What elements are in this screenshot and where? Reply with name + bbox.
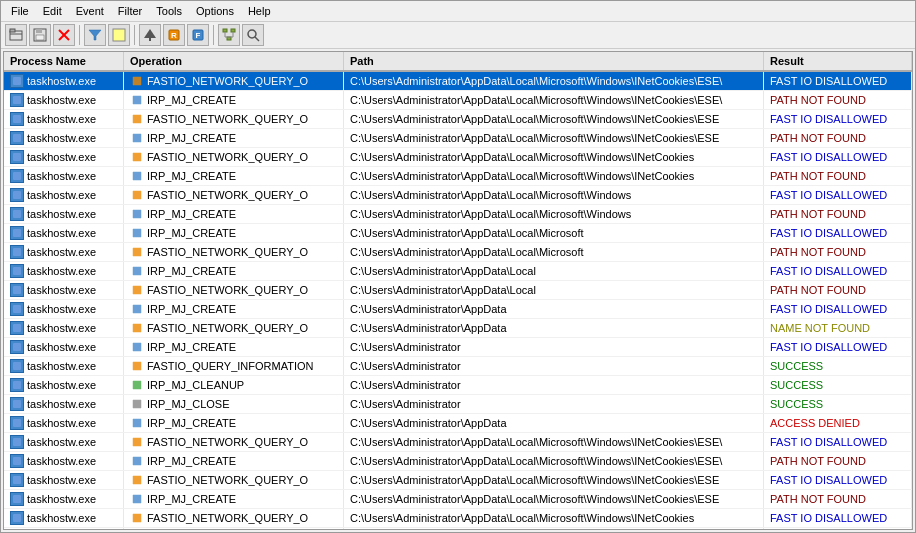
operation-cell: IRP_MJ_CREATE [124,224,344,242]
table-row[interactable]: taskhostw.exe FASTIO_NETWORK_QUERY_O C:\… [4,281,912,300]
table-row[interactable]: taskhostw.exe IRP_MJ_CREATE C:\Users\Adm… [4,490,912,509]
table-row[interactable]: taskhostw.exe FASTIO_NETWORK_QUERY_O C:\… [4,110,912,129]
process-name: taskhostw.exe [27,244,96,260]
process-name: taskhostw.exe [27,149,96,165]
process-name-cell: taskhostw.exe [4,338,124,356]
table-row[interactable]: taskhostw.exe IRP_MJ_CREATE C:\Users\Adm… [4,300,912,319]
operation-name: IRP_MJ_CREATE [147,453,236,469]
table-body[interactable]: taskhostw.exe FASTIO_NETWORK_QUERY_O C:\… [4,72,912,529]
col-header-path[interactable]: Path [344,52,764,70]
path-cell: C:\Users\Administrator\AppData [344,414,764,432]
svg-marker-71 [133,514,141,522]
result-cell: FAST IO DISALLOWED [764,509,912,527]
table-row[interactable]: taskhostw.exe FASTIO_NETWORK_QUERY_O C:\… [4,471,912,490]
process-icon [10,473,24,487]
table-row[interactable]: taskhostw.exe IRP_MJ_CREATE C:\Users\Adm… [4,262,912,281]
table-row[interactable]: taskhostw.exe IRP_MJ_CLOSE C:\Users\Admi… [4,395,912,414]
result-cell: PATH NOT FOUND [764,205,912,223]
svg-marker-65 [133,457,141,465]
menu-options[interactable]: Options [190,3,240,19]
toolbar-autoscroll[interactable] [139,24,161,46]
operation-name: FASTIO_NETWORK_QUERY_O [147,149,308,165]
toolbar-regmon[interactable]: R [163,24,185,46]
toolbar-process-tree[interactable] [218,24,240,46]
table-row[interactable]: taskhostw.exe FASTIO_NETWORK_QUERY_O C:\… [4,72,912,91]
table-row[interactable]: taskhostw.exe IRP_MJ_CREATE C:\Users\Adm… [4,205,912,224]
menu-filter[interactable]: Filter [112,3,148,19]
svg-marker-67 [133,476,141,484]
process-name-cell: taskhostw.exe [4,395,124,413]
result-cell: FAST IO DISALLOWED [764,186,912,204]
toolbar-filter[interactable] [84,24,106,46]
toolbar-highlight[interactable] [108,24,130,46]
process-name-cell: taskhostw.exe [4,281,124,299]
path-cell: C:\Users\Administrator\AppData\Local\Mic… [344,205,764,223]
svg-marker-25 [133,77,141,85]
operation-icon [130,435,144,449]
process-name-cell: taskhostw.exe [4,205,124,223]
svg-marker-37 [133,191,141,199]
path-cell: C:\Users\Administrator [344,338,764,356]
result-cell: FAST IO DISALLOWED [764,300,912,318]
operation-name: IRP_MJ_CREATE [147,206,236,222]
col-header-result[interactable]: Result [764,52,912,70]
operation-name: FASTIO_NETWORK_QUERY_O [147,282,308,298]
path-cell: C:\Users\Administrator\AppData\Local\Mic… [344,129,764,147]
table-row[interactable]: taskhostw.exe FASTIO_NETWORK_QUERY_O C:\… [4,148,912,167]
table-row[interactable]: taskhostw.exe FASTIO_NETWORK_QUERY_O C:\… [4,319,912,338]
process-name: taskhostw.exe [27,263,96,279]
result-cell: SUCCESS [764,395,912,413]
result-cell: FAST IO DISALLOWED [764,110,912,128]
table-row[interactable]: taskhostw.exe IRP_MJ_CREATE C:\Users\Adm… [4,129,912,148]
operation-cell: IRP_MJ_CREATE [124,167,344,185]
operation-cell: IRP_MJ_CREATE [124,129,344,147]
process-name-cell: taskhostw.exe [4,376,124,394]
path-cell: C:\Users\Administrator\AppData\Local\Mic… [344,452,764,470]
table-row[interactable]: taskhostw.exe FASTIO_QUERY_INFORMATION C… [4,357,912,376]
table-row[interactable]: taskhostw.exe IRP_MJ_CREATE C:\Users\Adm… [4,224,912,243]
process-name-cell: taskhostw.exe [4,72,124,90]
operation-cell: FASTIO_NETWORK_QUERY_O [124,148,344,166]
table-row[interactable]: taskhostw.exe IRP_MJ_CREATE C:\Users\Adm… [4,338,912,357]
table-row[interactable]: taskhostw.exe IRP_MJ_CREATE C:\Users\Adm… [4,167,912,186]
menu-tools[interactable]: Tools [150,3,188,19]
table-row[interactable]: taskhostw.exe IRP_MJ_CREATE C:\Users\Adm… [4,414,912,433]
toolbar-clear[interactable] [53,24,75,46]
operation-name: FASTIO_NETWORK_QUERY_O [147,244,308,260]
table-row[interactable]: taskhostw.exe FASTIO_NETWORK_QUERY_O C:\… [4,509,912,528]
svg-rect-46 [13,286,21,294]
svg-marker-33 [133,153,141,161]
process-icon [10,511,24,525]
path-cell: C:\Users\Administrator [344,395,764,413]
toolbar-save[interactable] [29,24,51,46]
table-row[interactable]: taskhostw.exe IRP_MJ_CREATE C:\Users\Adm… [4,91,912,110]
table-row[interactable]: taskhostw.exe FASTIO_NETWORK_QUERY_O C:\… [4,433,912,452]
col-header-operation[interactable]: Operation [124,52,344,70]
operation-icon [130,150,144,164]
menu-event[interactable]: Event [70,3,110,19]
table-row[interactable]: taskhostw.exe FASTIO_NETWORK_QUERY_O C:\… [4,243,912,262]
toolbar-open[interactable] [5,24,27,46]
process-icon [10,340,24,354]
menu-file[interactable]: File [5,3,35,19]
operation-icon [130,283,144,297]
toolbar-find[interactable] [242,24,264,46]
process-name-cell: taskhostw.exe [4,357,124,375]
table-row[interactable]: taskhostw.exe IRP_MJ_CREATE C:\Users\Adm… [4,528,912,529]
svg-rect-26 [13,96,21,104]
table-row[interactable]: taskhostw.exe IRP_MJ_CREATE C:\Users\Adm… [4,452,912,471]
table-row[interactable]: taskhostw.exe FASTIO_NETWORK_QUERY_O C:\… [4,186,912,205]
svg-rect-60 [13,419,21,427]
process-name: taskhostw.exe [27,320,96,336]
toolbar-filemon[interactable]: F [187,24,209,46]
menu-help[interactable]: Help [242,3,277,19]
operation-icon [130,188,144,202]
operation-name: IRP_MJ_CREATE [147,130,236,146]
process-name: taskhostw.exe [27,491,96,507]
svg-marker-39 [133,210,141,218]
col-header-process[interactable]: Process Name [4,52,124,70]
svg-marker-31 [133,134,141,142]
table-row[interactable]: taskhostw.exe IRP_MJ_CLEANUP C:\Users\Ad… [4,376,912,395]
process-name: taskhostw.exe [27,472,96,488]
menu-edit[interactable]: Edit [37,3,68,19]
